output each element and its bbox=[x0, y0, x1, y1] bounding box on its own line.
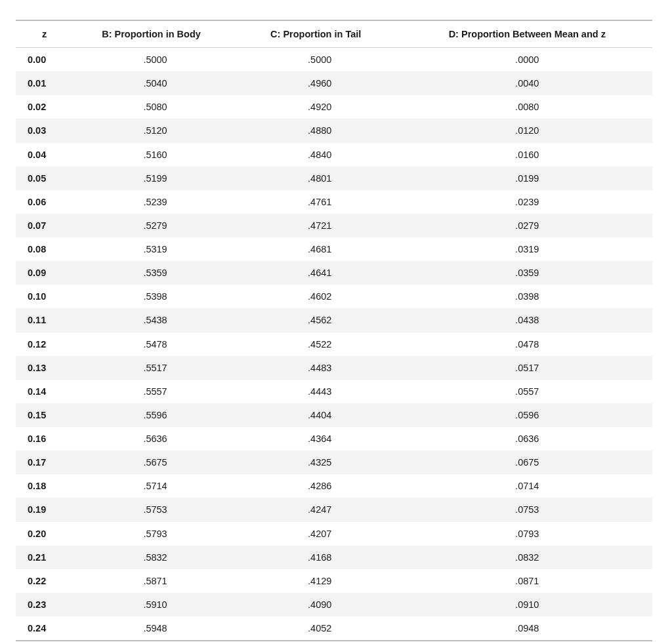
cell-b: .5398 bbox=[73, 285, 238, 308]
cell-d: .0910 bbox=[402, 593, 652, 616]
cell-c: .4168 bbox=[238, 546, 402, 569]
cell-d: .0596 bbox=[402, 403, 652, 427]
cell-c: .4522 bbox=[238, 332, 402, 356]
cell-b: .5279 bbox=[73, 214, 238, 237]
cell-c: .4602 bbox=[238, 285, 402, 308]
cell-z: 0.19 bbox=[16, 498, 73, 521]
table-row: 0.21.5832.4168.0832 bbox=[16, 546, 652, 569]
table-row: 0.02.5080.4920.0080 bbox=[16, 95, 652, 119]
cell-b: .5040 bbox=[73, 71, 238, 95]
cell-z: 0.07 bbox=[16, 214, 73, 237]
cell-d: .0319 bbox=[402, 237, 652, 261]
table-body: 0.00.5000.5000.00000.01.5040.4960.00400.… bbox=[16, 48, 652, 641]
cell-b: .5359 bbox=[73, 261, 238, 285]
cell-z: 0.10 bbox=[16, 285, 73, 308]
table-row: 0.00.5000.5000.0000 bbox=[16, 48, 652, 72]
table-row: 0.20.5793.4207.0793 bbox=[16, 522, 652, 546]
cell-d: .0040 bbox=[402, 71, 652, 95]
header-d: D: Proportion Between Mean and z bbox=[402, 20, 652, 48]
cell-z: 0.03 bbox=[16, 119, 73, 142]
cell-b: .5478 bbox=[73, 332, 238, 356]
cell-z: 0.05 bbox=[16, 167, 73, 190]
cell-z: 0.17 bbox=[16, 451, 73, 474]
cell-d: .0948 bbox=[402, 616, 652, 641]
table-row: 0.13.5517.4483.0517 bbox=[16, 356, 652, 380]
cell-d: .0000 bbox=[402, 48, 652, 72]
cell-b: .5871 bbox=[73, 569, 238, 593]
cell-b: .5199 bbox=[73, 167, 238, 190]
cell-c: .4721 bbox=[238, 214, 402, 237]
cell-b: .5753 bbox=[73, 498, 238, 521]
cell-z: 0.18 bbox=[16, 474, 73, 498]
cell-c: .4801 bbox=[238, 167, 402, 190]
cell-b: .5793 bbox=[73, 522, 238, 546]
cell-d: .0239 bbox=[402, 190, 652, 214]
table-row: 0.09.5359.4641.0359 bbox=[16, 261, 652, 285]
cell-c: .4052 bbox=[238, 616, 402, 641]
cell-c: .4880 bbox=[238, 119, 402, 142]
cell-d: .0120 bbox=[402, 119, 652, 142]
cell-c: .4641 bbox=[238, 261, 402, 285]
cell-c: .4404 bbox=[238, 403, 402, 427]
cell-d: .0714 bbox=[402, 474, 652, 498]
cell-z: 0.16 bbox=[16, 427, 73, 451]
cell-d: .0199 bbox=[402, 167, 652, 190]
table-row: 0.17.5675.4325.0675 bbox=[16, 451, 652, 474]
cell-z: 0.09 bbox=[16, 261, 73, 285]
cell-z: 0.24 bbox=[16, 616, 73, 641]
cell-b: .5596 bbox=[73, 403, 238, 427]
header-z: z bbox=[16, 20, 73, 48]
table-row: 0.06.5239.4761.0239 bbox=[16, 190, 652, 214]
table-row: 0.16.5636.4364.0636 bbox=[16, 427, 652, 451]
cell-b: .5239 bbox=[73, 190, 238, 214]
cell-b: .5080 bbox=[73, 95, 238, 119]
cell-d: .0793 bbox=[402, 522, 652, 546]
cell-c: .4960 bbox=[238, 71, 402, 95]
cell-c: .4247 bbox=[238, 498, 402, 521]
cell-z: 0.00 bbox=[16, 48, 73, 72]
cell-b: .5714 bbox=[73, 474, 238, 498]
cell-c: .4207 bbox=[238, 522, 402, 546]
cell-c: .4364 bbox=[238, 427, 402, 451]
cell-c: .4483 bbox=[238, 356, 402, 380]
cell-d: .0080 bbox=[402, 95, 652, 119]
table-header-row: z B: Proportion in Body C: Proportion in… bbox=[16, 20, 652, 48]
cell-z: 0.01 bbox=[16, 71, 73, 95]
table-row: 0.22.5871.4129.0871 bbox=[16, 569, 652, 593]
table-row: 0.11.5438.4562.0438 bbox=[16, 308, 652, 332]
cell-c: .4562 bbox=[238, 308, 402, 332]
table-row: 0.05.5199.4801.0199 bbox=[16, 167, 652, 190]
cell-z: 0.06 bbox=[16, 190, 73, 214]
cell-c: .4761 bbox=[238, 190, 402, 214]
table-row: 0.15.5596.4404.0596 bbox=[16, 403, 652, 427]
cell-b: .5832 bbox=[73, 546, 238, 569]
cell-b: .5000 bbox=[73, 48, 238, 72]
table-row: 0.04.5160.4840.0160 bbox=[16, 143, 652, 167]
table-row: 0.01.5040.4960.0040 bbox=[16, 71, 652, 95]
table-row: 0.10.5398.4602.0398 bbox=[16, 285, 652, 308]
z-table: z B: Proportion in Body C: Proportion in… bbox=[16, 20, 652, 641]
cell-b: .5948 bbox=[73, 616, 238, 641]
cell-z: 0.20 bbox=[16, 522, 73, 546]
cell-z: 0.02 bbox=[16, 95, 73, 119]
cell-b: .5438 bbox=[73, 308, 238, 332]
cell-z: 0.04 bbox=[16, 143, 73, 167]
table-row: 0.14.5557.4443.0557 bbox=[16, 380, 652, 403]
cell-z: 0.21 bbox=[16, 546, 73, 569]
cell-b: .5675 bbox=[73, 451, 238, 474]
table-row: 0.19.5753.4247.0753 bbox=[16, 498, 652, 521]
table-row: 0.24.5948.4052.0948 bbox=[16, 616, 652, 641]
cell-b: .5517 bbox=[73, 356, 238, 380]
cell-z: 0.15 bbox=[16, 403, 73, 427]
cell-d: .0832 bbox=[402, 546, 652, 569]
header-c: C: Proportion in Tail bbox=[238, 20, 402, 48]
cell-d: .0636 bbox=[402, 427, 652, 451]
cell-b: .5319 bbox=[73, 237, 238, 261]
cell-c: .4090 bbox=[238, 593, 402, 616]
cell-d: .0871 bbox=[402, 569, 652, 593]
cell-z: 0.23 bbox=[16, 593, 73, 616]
cell-b: .5120 bbox=[73, 119, 238, 142]
table-row: 0.18.5714.4286.0714 bbox=[16, 474, 652, 498]
cell-z: 0.12 bbox=[16, 332, 73, 356]
cell-d: .0753 bbox=[402, 498, 652, 521]
